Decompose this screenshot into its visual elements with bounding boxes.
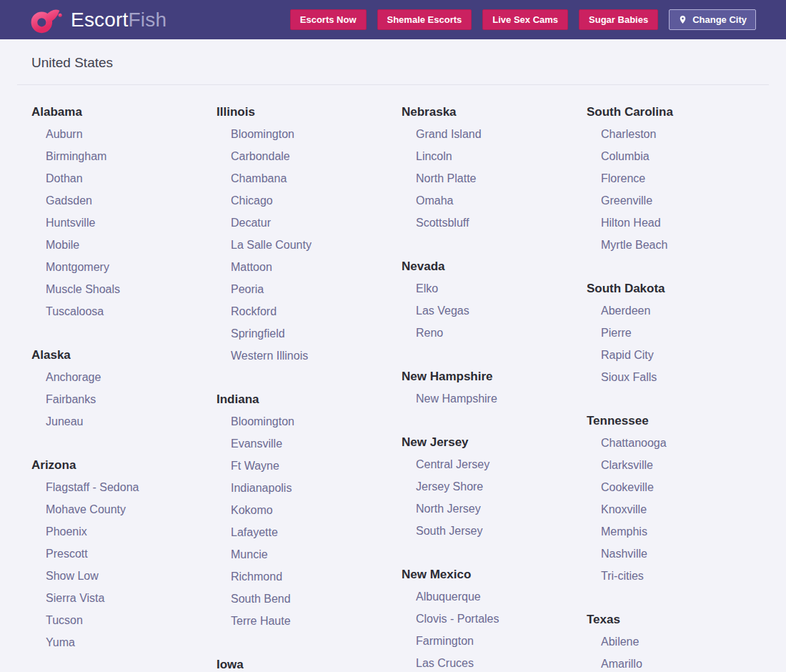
city-link[interactable]: Terre Haute xyxy=(217,610,399,632)
city-link[interactable]: Juneau xyxy=(31,410,214,433)
city-link[interactable]: Tucson xyxy=(31,609,214,631)
state-section: New MexicoAlbuquerqueClovis - PortalesFa… xyxy=(402,563,584,672)
city-link[interactable]: Carbondale xyxy=(217,145,399,167)
city-link[interactable]: Las Cruces xyxy=(402,652,584,672)
city-link[interactable]: Kokomo xyxy=(217,499,399,521)
states-directory: AlabamaAuburnBirminghamDothanGadsdenHunt… xyxy=(31,101,769,672)
city-link[interactable]: La Salle County xyxy=(217,234,399,256)
state-section: South CarolinaCharlestonColumbiaFlorence… xyxy=(587,101,769,256)
city-link[interactable]: Clovis - Portales xyxy=(402,608,584,630)
page-content: United States AlabamaAuburnBirminghamDot… xyxy=(0,55,786,672)
city-link[interactable]: Show Low xyxy=(31,565,214,587)
city-link[interactable]: Jersey Shore xyxy=(402,475,584,498)
city-link[interactable]: Hilton Head xyxy=(587,212,769,234)
city-link[interactable]: Bloomington xyxy=(217,123,399,145)
city-link[interactable]: Dothan xyxy=(31,167,214,189)
city-link[interactable]: Birmingham xyxy=(31,145,214,167)
city-link[interactable]: Prescott xyxy=(31,543,214,565)
city-link[interactable]: Mattoon xyxy=(217,256,399,278)
city-link[interactable]: South Bend xyxy=(217,588,399,610)
change-city-button[interactable]: Change City xyxy=(669,9,756,30)
state-heading: South Carolina xyxy=(587,101,769,123)
city-link[interactable]: Memphis xyxy=(587,520,769,543)
city-link[interactable]: Richmond xyxy=(217,565,399,588)
city-link[interactable]: Yuma xyxy=(31,631,214,653)
city-link[interactable]: Auburn xyxy=(31,123,214,145)
state-section: Iowa xyxy=(217,653,399,672)
city-link[interactable]: Chattanooga xyxy=(587,432,769,454)
city-link[interactable]: Springfield xyxy=(217,322,399,345)
city-link[interactable]: Albuquerque xyxy=(402,585,584,608)
city-link[interactable]: Chambana xyxy=(217,167,399,189)
city-link[interactable]: North Jersey xyxy=(402,498,584,520)
page-title: United States xyxy=(31,55,769,71)
city-link[interactable]: Columbia xyxy=(587,145,769,167)
city-link[interactable]: Florence xyxy=(587,167,769,189)
city-link[interactable]: North Platte xyxy=(402,167,584,189)
city-link[interactable]: Montgomery xyxy=(31,256,214,278)
city-link[interactable]: Lafayette xyxy=(217,521,399,543)
state-heading: Nebraska xyxy=(402,101,584,123)
city-link[interactable]: Greenville xyxy=(587,189,769,212)
city-link[interactable]: Fairbanks xyxy=(31,388,214,410)
brand-logo[interactable]: EscortFish xyxy=(29,5,166,35)
city-link[interactable]: Sierra Vista xyxy=(31,587,214,609)
city-link[interactable]: Muscle Shoals xyxy=(31,278,214,300)
city-link[interactable]: Omaha xyxy=(402,189,584,212)
city-link[interactable]: Tuscaloosa xyxy=(31,300,214,322)
city-link[interactable]: Ft Wayne xyxy=(217,455,399,477)
city-link[interactable]: Scottsbluff xyxy=(402,212,584,234)
city-link[interactable]: Nashville xyxy=(587,543,769,565)
city-link[interactable]: Myrtle Beach xyxy=(587,234,769,256)
city-link[interactable]: Charleston xyxy=(587,123,769,145)
state-heading: Nevada xyxy=(402,255,584,277)
city-link[interactable]: Decatur xyxy=(217,212,399,234)
state-heading: Iowa xyxy=(217,653,399,672)
city-link[interactable]: Western Illinois xyxy=(217,345,399,367)
city-link[interactable]: Central Jersey xyxy=(402,453,584,475)
city-link[interactable]: Gadsden xyxy=(31,189,214,212)
city-link[interactable]: Peoria xyxy=(217,278,399,300)
city-link[interactable]: Reno xyxy=(402,322,584,344)
state-heading: New Mexico xyxy=(402,563,584,585)
city-link[interactable]: Rapid City xyxy=(587,344,769,366)
city-link[interactable]: Abilene xyxy=(587,631,769,653)
city-link[interactable]: Bloomington xyxy=(217,410,399,433)
city-link[interactable]: Phoenix xyxy=(31,520,214,543)
city-link[interactable]: Pierre xyxy=(587,322,769,344)
nav-button-escorts-now[interactable]: Escorts Now xyxy=(290,9,367,30)
nav-button-live-sex-cams[interactable]: Live Sex Cams xyxy=(482,9,568,30)
city-link[interactable]: Grand Island xyxy=(402,123,584,145)
city-link[interactable]: Flagstaff - Sedona xyxy=(31,476,214,498)
nav-button-sugar-babies[interactable]: Sugar Babies xyxy=(579,9,658,30)
city-link[interactable]: New Hampshire xyxy=(402,387,584,410)
city-link[interactable]: Aberdeen xyxy=(587,300,769,322)
city-link[interactable]: Elko xyxy=(402,277,584,300)
city-link[interactable]: Mohave County xyxy=(31,498,214,520)
city-link[interactable]: Rockford xyxy=(217,300,399,322)
state-section: TennesseeChattanoogaClarksvilleCookevill… xyxy=(587,410,769,587)
city-link[interactable]: South Jersey xyxy=(402,520,584,542)
city-link[interactable]: Cookeville xyxy=(587,476,769,498)
state-heading: Tennessee xyxy=(587,410,769,432)
state-heading: New Jersey xyxy=(402,431,584,453)
header-nav: Escorts Now Shemale Escorts Live Sex Cam… xyxy=(290,9,756,30)
city-link[interactable]: Amarillo xyxy=(587,653,769,672)
city-link[interactable]: Farmington xyxy=(402,630,584,652)
city-link[interactable]: Knoxville xyxy=(587,498,769,520)
city-link[interactable]: Sioux Falls xyxy=(587,366,769,388)
state-section: AlabamaAuburnBirminghamDothanGadsdenHunt… xyxy=(31,101,214,322)
city-link[interactable]: Mobile xyxy=(31,234,214,256)
city-link[interactable]: Anchorage xyxy=(31,366,214,388)
city-link[interactable]: Chicago xyxy=(217,189,399,212)
state-heading: Alaska xyxy=(31,344,214,366)
city-link[interactable]: Clarksville xyxy=(587,454,769,476)
city-link[interactable]: Las Vegas xyxy=(402,300,584,322)
city-link[interactable]: Tri-cities xyxy=(587,565,769,587)
city-link[interactable]: Indianapolis xyxy=(217,477,399,499)
city-link[interactable]: Lincoln xyxy=(402,145,584,167)
city-link[interactable]: Muncie xyxy=(217,543,399,565)
nav-button-shemale-escorts[interactable]: Shemale Escorts xyxy=(377,9,472,30)
city-link[interactable]: Huntsville xyxy=(31,212,214,234)
city-link[interactable]: Evansville xyxy=(217,433,399,455)
